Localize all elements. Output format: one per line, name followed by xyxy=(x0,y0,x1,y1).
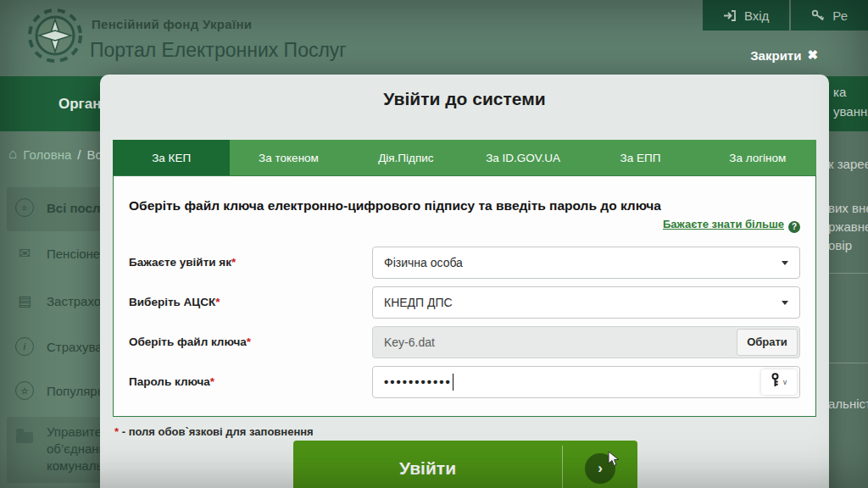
nav-fragment: ування П xyxy=(833,104,868,119)
form-row-role: Бажаєте увійти як* Фізична особа xyxy=(129,247,800,279)
tab-epp[interactable]: За ЕПП xyxy=(581,140,698,175)
required-asterisk: * xyxy=(247,336,251,348)
list-circle-icon: ≡ xyxy=(15,198,34,217)
tab-login-password[interactable]: За логіном xyxy=(699,140,816,175)
breadcrumb-separator: / xyxy=(77,147,81,162)
page-fragment: ржавне xyxy=(828,219,868,234)
page-fragment: овір xyxy=(828,238,852,252)
password-input[interactable]: ••••••••••• xyxy=(372,366,800,398)
document-icon: ▤ xyxy=(15,291,34,310)
folder-icon xyxy=(15,428,34,446)
info-circle-icon: i xyxy=(15,337,34,356)
sidebar-item-label: Популярн xyxy=(47,384,104,398)
role-label: Бажаєте увійти як* xyxy=(129,256,372,269)
sidebar-item-managers[interactable]: Управител об’єднанн комуналь xyxy=(15,424,108,474)
required-asterisk: * xyxy=(114,425,119,438)
form-row-password: Пароль ключа* ••••••••••• ∨ xyxy=(129,366,800,398)
required-asterisk: * xyxy=(210,375,214,388)
modal-close-button[interactable]: Закрити ✖ xyxy=(750,47,818,63)
form-row-acsk: Виберіть АЦСК* КНЕДП ДПС xyxy=(129,286,800,319)
star-circle-icon: ☆ xyxy=(15,381,34,400)
password-label: Пароль ключа* xyxy=(129,375,372,388)
acsk-select[interactable]: КНЕДП ДПС xyxy=(372,286,800,319)
screen: Пенсійний фонд України Портал Електронни… xyxy=(0,0,868,488)
kep-form-panel: Оберіть файл ключа електронно-цифрового … xyxy=(113,175,816,417)
home-icon: ⌂ xyxy=(8,146,17,163)
page-fragment: к зареєс xyxy=(828,157,868,171)
know-more-link[interactable]: Бажаєте знати більше xyxy=(663,218,784,230)
pension-fund-logo-icon xyxy=(27,8,83,64)
question-circle-icon: ? xyxy=(788,221,800,233)
tab-diia-signature[interactable]: Дія.Підпис xyxy=(348,140,465,175)
form-row-keyfile: Оберіть файл ключа* Key-6.dat Обрати xyxy=(129,326,800,358)
sidebar-item-insured[interactable]: ▤ Застрахов xyxy=(15,291,108,310)
envelope-icon: ✉ xyxy=(15,244,34,263)
portal-title: Портал Електронних Послуг xyxy=(90,39,347,62)
chevron-down-icon: ∨ xyxy=(782,378,788,386)
login-modal: Увійти до системи За КЕП За токеном Дія.… xyxy=(100,75,829,488)
login-arrow-icon xyxy=(723,10,737,21)
divider xyxy=(828,273,868,274)
login-method-tabs: За КЕП За токеном Дія.Підпис За ID.GOV.U… xyxy=(113,140,816,175)
breadcrumb-home[interactable]: Головна xyxy=(23,147,71,162)
sidebar-item-insurer[interactable]: i Страхувал xyxy=(15,337,109,356)
submit-login-button[interactable]: Увійти › xyxy=(293,441,637,488)
acsk-label: Виберіть АЦСК* xyxy=(129,296,372,308)
required-fields-note: * - поля обов`язкові для заповнення xyxy=(114,425,829,438)
show-password-key-button[interactable]: ∨ xyxy=(761,369,797,395)
tab-id-gov-ua[interactable]: За ID.GOV.UA xyxy=(465,140,581,175)
chevron-down-icon xyxy=(782,301,788,305)
close-label: Закрити xyxy=(750,48,801,63)
nav-fragment: ка xyxy=(833,85,846,99)
login-nav-label: Вхід xyxy=(744,8,769,23)
role-select[interactable]: Фізична особа xyxy=(372,247,800,279)
divider xyxy=(828,363,868,363)
sidebar-item-label: Пенсіонер xyxy=(47,247,108,261)
modal-title: Увійти до системи xyxy=(100,89,829,109)
page-fragment: альніст xyxy=(828,396,868,411)
tab-kep[interactable]: За КЕП xyxy=(113,140,230,175)
keyfile-label: Оберіть файл ключа* xyxy=(129,336,372,348)
key-icon xyxy=(771,373,780,391)
ukraine-flag-icon xyxy=(27,97,50,111)
sidebar-item-all-services[interactable]: ≡ Всі послуг xyxy=(15,198,113,217)
key-icon xyxy=(811,9,825,21)
tab-token[interactable]: За токеном xyxy=(230,140,347,175)
sidebar-item-popular[interactable]: ☆ Популярн xyxy=(15,381,104,400)
sidebar-item-pensioner[interactable]: ✉ Пенсіонер xyxy=(15,244,108,263)
choose-file-button[interactable]: Обрати xyxy=(737,329,798,356)
text-cursor xyxy=(453,374,454,391)
org-name: Пенсійний фонд України xyxy=(92,17,252,31)
submit-label: Увійти xyxy=(293,441,562,488)
chevron-down-icon xyxy=(782,261,788,265)
close-icon: ✖ xyxy=(807,47,818,63)
required-asterisk: * xyxy=(231,256,236,269)
login-nav-button[interactable]: Вхід xyxy=(703,0,789,30)
form-instruction: Оберіть файл ключа електронно-цифрового … xyxy=(129,198,800,214)
site-header: Пенсійний фонд України Портал Електронни… xyxy=(0,0,868,76)
password-dots: ••••••••••• xyxy=(384,374,452,389)
required-asterisk: * xyxy=(215,296,220,308)
page-fragment: вих вне xyxy=(828,201,868,215)
sidebar-item-label: Застрахов xyxy=(47,294,108,308)
register-nav-button[interactable]: Ре xyxy=(791,0,868,30)
topbar: Вхід Ре xyxy=(703,0,868,30)
mouse-cursor-icon xyxy=(607,451,620,471)
register-nav-label: Ре xyxy=(832,8,848,23)
